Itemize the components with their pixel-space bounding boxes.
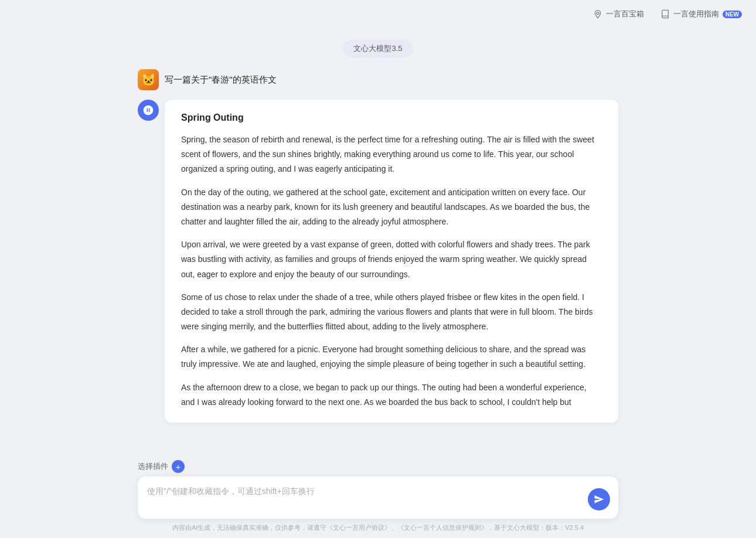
user-message-row: 🐱 写一篇关于"春游"的英语作文 — [138, 69, 618, 90]
svg-point-0 — [597, 12, 599, 15]
plugin-label: 选择插件 — [138, 461, 168, 472]
essay-para-4: Some of us chose to relax under the shad… — [181, 290, 602, 335]
essay-para-5: After a while, we gathered for a picnic.… — [181, 342, 602, 372]
new-badge: NEW — [723, 11, 742, 18]
send-icon — [594, 494, 604, 505]
essay-para-1: Spring, the season of rebirth and renewa… — [181, 132, 602, 177]
essay-para-3: Upon arrival, we were greeted by a vast … — [181, 237, 602, 282]
ai-icon — [142, 104, 154, 116]
bottom-panel: 选择插件 + 使用"/"创建和收藏指令，可通过shift+回车换行 内容由AI生… — [0, 460, 756, 538]
send-button[interactable] — [588, 488, 610, 510]
nav-link-baobao-label: 一言百宝箱 — [606, 9, 644, 19]
plugin-bar: 选择插件 + — [138, 460, 618, 473]
model-tag: 文心大模型3.5 — [343, 40, 413, 57]
user-message-text: 写一篇关于"春游"的英语作文 — [165, 69, 277, 87]
nav-link-baobao[interactable]: 一言百宝箱 — [593, 9, 644, 19]
book-icon — [660, 9, 670, 19]
user-avatar: 🐱 — [138, 69, 159, 90]
location-icon — [593, 9, 602, 19]
nav-link-guide[interactable]: 一言使用指南 NEW — [660, 9, 742, 19]
input-box[interactable]: 使用"/"创建和收藏指令，可通过shift+回车换行 — [138, 476, 618, 519]
ai-response-row: Spring Outing Spring, the season of rebi… — [138, 100, 618, 423]
input-placeholder: 使用"/"创建和收藏指令，可通过shift+回车换行 — [147, 485, 583, 498]
essay-para-2: On the day of the outing, we gathered at… — [181, 185, 602, 230]
essay-title: Spring Outing — [181, 113, 602, 123]
plugin-add-button[interactable]: + — [172, 460, 185, 473]
top-nav: 一言百宝箱 一言使用指南 NEW — [0, 0, 756, 28]
ai-avatar — [138, 100, 159, 121]
footer-disclaimer: 内容由AI生成，无法确保真实准确，仅供参考，请遵守《文心一言用户协议》、《文心一… — [138, 523, 618, 532]
essay-para-6: As the afternoon drew to a close, we beg… — [181, 380, 602, 410]
ai-content-box: Spring Outing Spring, the season of rebi… — [165, 100, 618, 423]
nav-link-guide-label: 一言使用指南 — [673, 9, 719, 19]
